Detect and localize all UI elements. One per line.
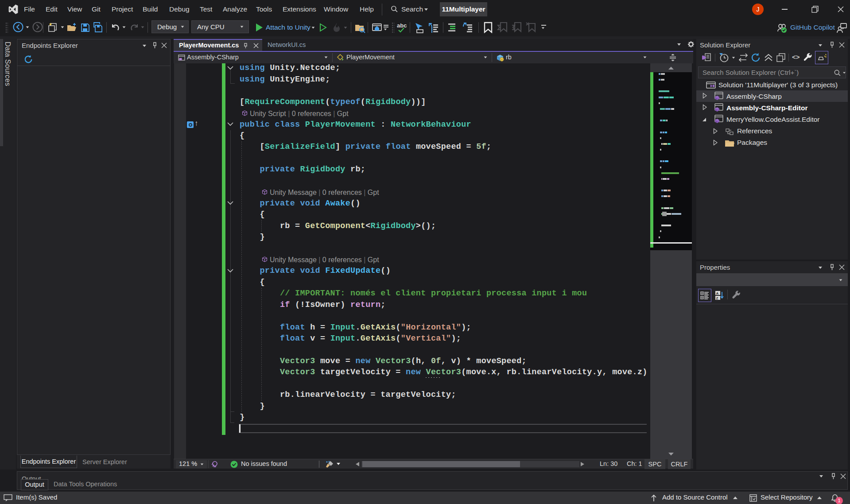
svg-text:A: A: [716, 291, 719, 295]
svg-text:Z: Z: [716, 296, 718, 300]
